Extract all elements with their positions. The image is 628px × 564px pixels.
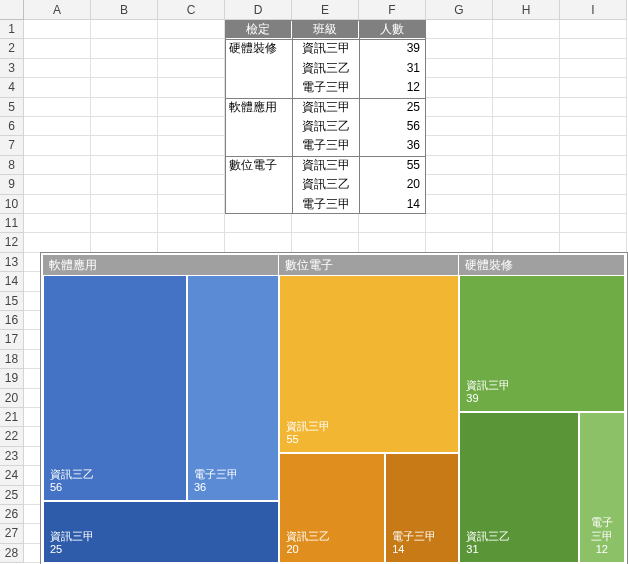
cell[interactable] — [493, 20, 560, 39]
row-header-21[interactable]: 21 — [0, 408, 24, 427]
cell[interactable] — [426, 214, 493, 233]
row-header-5[interactable]: 5 — [0, 98, 24, 117]
cell[interactable] — [292, 233, 359, 252]
cell[interactable] — [225, 233, 292, 252]
cell[interactable] — [560, 98, 627, 117]
cell[interactable] — [426, 59, 493, 78]
col-header-D[interactable]: D — [225, 0, 292, 20]
row-header-13[interactable]: 13 — [0, 253, 24, 272]
row-header-7[interactable]: 7 — [0, 136, 24, 155]
cell[interactable] — [560, 39, 627, 58]
treemap-tile[interactable]: 資訊三乙56 — [43, 275, 187, 501]
row-header-12[interactable]: 12 — [0, 233, 24, 252]
col-header-E[interactable]: E — [292, 0, 359, 20]
cell[interactable] — [91, 214, 158, 233]
cell[interactable] — [158, 233, 225, 252]
cell[interactable] — [225, 214, 292, 233]
cell[interactable] — [91, 78, 158, 97]
cell[interactable] — [158, 98, 225, 117]
col-header-H[interactable]: H — [493, 0, 560, 20]
row-header-1[interactable]: 1 — [0, 20, 24, 39]
col-header-A[interactable]: A — [24, 0, 91, 20]
col-header-I[interactable]: I — [560, 0, 627, 20]
cell[interactable] — [24, 98, 91, 117]
row-header-26[interactable]: 26 — [0, 505, 24, 524]
cell[interactable] — [24, 39, 91, 58]
col-header-B[interactable]: B — [91, 0, 158, 20]
treemap-tile[interactable]: 電子三甲36 — [187, 275, 280, 501]
treemap-tile[interactable]: 資訊三甲55 — [279, 275, 459, 453]
cell[interactable] — [426, 233, 493, 252]
cell[interactable] — [426, 117, 493, 136]
cell[interactable] — [24, 117, 91, 136]
row-header-3[interactable]: 3 — [0, 59, 24, 78]
cell[interactable] — [91, 136, 158, 155]
cell[interactable] — [24, 59, 91, 78]
col-header-C[interactable]: C — [158, 0, 225, 20]
row-header-27[interactable]: 27 — [0, 524, 24, 543]
row-header-20[interactable]: 20 — [0, 389, 24, 408]
col-header-G[interactable]: G — [426, 0, 493, 20]
row-header-9[interactable]: 9 — [0, 175, 24, 194]
cell[interactable] — [91, 233, 158, 252]
treemap-tile[interactable]: 資訊三甲25 — [43, 501, 279, 563]
cell[interactable] — [426, 20, 493, 39]
cell[interactable] — [158, 59, 225, 78]
grid-area[interactable]: 檢定班級人數硬體裝修資訊三甲39資訊三乙31電子三甲12軟體應用資訊三甲25資訊… — [24, 20, 628, 564]
cell[interactable] — [560, 156, 627, 175]
cell[interactable] — [426, 136, 493, 155]
row-header-22[interactable]: 22 — [0, 427, 24, 446]
row-header-28[interactable]: 28 — [0, 544, 24, 563]
cell[interactable] — [24, 233, 91, 252]
row-header-4[interactable]: 4 — [0, 78, 24, 97]
cell[interactable] — [24, 78, 91, 97]
row-header-14[interactable]: 14 — [0, 272, 24, 291]
cell[interactable] — [158, 175, 225, 194]
cell[interactable] — [24, 214, 91, 233]
cell[interactable] — [560, 195, 627, 214]
row-header-24[interactable]: 24 — [0, 466, 24, 485]
cell[interactable] — [426, 39, 493, 58]
cell[interactable] — [24, 136, 91, 155]
cell[interactable] — [91, 98, 158, 117]
cell[interactable] — [158, 39, 225, 58]
cell[interactable] — [292, 214, 359, 233]
cell[interactable] — [91, 156, 158, 175]
cell[interactable] — [91, 39, 158, 58]
cell[interactable] — [426, 156, 493, 175]
select-all-corner[interactable] — [0, 0, 24, 20]
cell[interactable] — [560, 233, 627, 252]
cell[interactable] — [560, 20, 627, 39]
cell[interactable] — [91, 175, 158, 194]
row-header-16[interactable]: 16 — [0, 311, 24, 330]
treemap-tile[interactable]: 資訊三乙31 — [459, 412, 578, 563]
cell[interactable] — [426, 98, 493, 117]
cell[interactable] — [560, 78, 627, 97]
cell[interactable] — [493, 233, 560, 252]
cell[interactable] — [560, 136, 627, 155]
cell[interactable] — [493, 156, 560, 175]
cell[interactable] — [560, 214, 627, 233]
treemap-tile[interactable]: 電子三甲14 — [385, 453, 459, 563]
row-header-15[interactable]: 15 — [0, 292, 24, 311]
row-header-19[interactable]: 19 — [0, 369, 24, 388]
cell[interactable] — [560, 175, 627, 194]
row-header-23[interactable]: 23 — [0, 447, 24, 466]
row-header-11[interactable]: 11 — [0, 214, 24, 233]
cell[interactable] — [493, 98, 560, 117]
cell[interactable] — [426, 78, 493, 97]
cell[interactable] — [91, 59, 158, 78]
cell[interactable] — [158, 78, 225, 97]
cell[interactable] — [24, 20, 91, 39]
treemap-chart[interactable]: 軟體應用資訊三乙56電子三甲36資訊三甲25數位電子資訊三甲55資訊三乙20電子… — [40, 252, 628, 564]
cell[interactable] — [158, 136, 225, 155]
row-header-8[interactable]: 8 — [0, 156, 24, 175]
cell[interactable] — [91, 20, 158, 39]
cell[interactable] — [158, 156, 225, 175]
cell[interactable] — [426, 175, 493, 194]
cell[interactable] — [493, 59, 560, 78]
cell[interactable] — [158, 214, 225, 233]
cell[interactable] — [24, 195, 91, 214]
cell[interactable] — [359, 233, 426, 252]
cell[interactable] — [493, 195, 560, 214]
